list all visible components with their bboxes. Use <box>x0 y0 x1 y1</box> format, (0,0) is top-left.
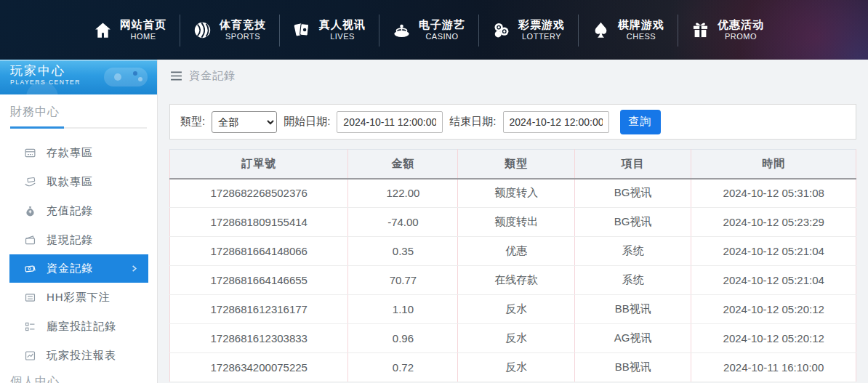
sidebar-item-label: 存款專區 <box>47 146 93 160</box>
nav-item-promo[interactable]: 优惠活动 PROMO <box>678 9 777 51</box>
sidebar-item-room-bet-records[interactable]: 廳室投註記錄 <box>9 312 148 341</box>
table-row: 1728634200075225 0.72 反水 BB视讯 2024-10-11… <box>170 353 856 382</box>
sidebar-item-hh-lottery-bets[interactable]: HH彩票下注 <box>9 283 148 312</box>
nav-text: 彩票游戏 LOTTERY <box>518 18 565 42</box>
players-center-header: 玩家中心 PLAYERS CENTER <box>0 60 157 94</box>
header-amount: 金額 <box>348 150 458 179</box>
breadcrumb-label: 資金記錄 <box>189 69 236 83</box>
nav-label-en: LIVES <box>330 32 355 42</box>
cell-order-no: 1728681664146655 <box>170 266 348 295</box>
cell-time: 2024-10-12 05:20:12 <box>691 324 856 353</box>
cell-type: 在线存款 <box>458 266 574 295</box>
checklist-icon <box>24 320 36 333</box>
cell-amount: 1.10 <box>348 295 458 324</box>
nav-label-zh: 真人视讯 <box>319 18 366 32</box>
hamburger-icon[interactable] <box>170 71 182 81</box>
nav-label-en: PROMO <box>725 32 757 42</box>
list-icon <box>24 291 36 304</box>
cell-time: 2024-10-12 05:21:04 <box>691 237 856 266</box>
report-chart-icon <box>24 350 36 362</box>
chevron-right-icon <box>130 265 138 273</box>
top-nav: 网站首页 HOME 体育竞技 SPORTS 真人视讯 LIVES 电子游艺 CA… <box>0 0 868 60</box>
breadcrumb: 資金記錄 <box>158 60 868 92</box>
cell-time: 2024-10-12 05:20:12 <box>691 295 856 324</box>
lottery-balls-icon <box>491 20 511 40</box>
cell-order-no: 1728682268502376 <box>170 179 348 208</box>
table-row: 1728681664146655 70.77 在线存款 系统 2024-10-1… <box>170 266 856 295</box>
nav-label-zh: 棋牌游戏 <box>618 18 664 32</box>
deposit-card-icon <box>24 147 36 159</box>
nav-item-lottery[interactable]: 彩票游戏 LOTTERY <box>478 9 578 51</box>
banknote-icon <box>24 262 36 275</box>
playing-cards-icon <box>292 20 312 40</box>
header-project: 項目 <box>574 150 691 179</box>
personal-section-title: 個人中心 <box>10 374 64 383</box>
finance-section-head: 財務中心 <box>10 105 147 129</box>
nav-text: 网站首页 HOME <box>120 18 166 42</box>
home-icon <box>93 20 113 40</box>
cell-order-no: 1728681612316177 <box>170 295 348 324</box>
nav-item-casino[interactable]: 电子游艺 CASINO <box>379 9 478 51</box>
table-row: 1728681809155414 -74.00 额度转出 BG视讯 2024-1… <box>170 208 856 237</box>
cell-type: 额度转出 <box>458 208 574 237</box>
sidebar-item-label: 充值記錄 <box>47 204 93 218</box>
cell-amount: 0.96 <box>348 324 458 353</box>
nav-label-en: CASINO <box>425 32 458 42</box>
nav-item-lives[interactable]: 真人视讯 LIVES <box>279 9 379 51</box>
nav-label-zh: 网站首页 <box>120 18 166 32</box>
header-order-no: 訂單號 <box>170 150 348 179</box>
wallet-icon <box>24 234 36 246</box>
nav-item-home[interactable]: 网站首页 HOME <box>80 9 180 51</box>
table-row: 1728681612303833 0.96 反水 AG视讯 2024-10-12… <box>170 324 856 353</box>
cell-time: 2024-10-12 05:21:04 <box>691 266 856 295</box>
search-button[interactable]: 查詢 <box>620 110 661 134</box>
type-select[interactable]: 全部 <box>212 111 277 133</box>
nav-label-zh: 电子游艺 <box>419 18 465 32</box>
sidebar-item-withdraw-zone[interactable]: 取款專區 <box>9 167 148 196</box>
table-row: 1728682268502376 122.00 额度转入 BG视讯 2024-1… <box>170 179 856 208</box>
cell-amount: 70.77 <box>348 266 458 295</box>
main-content: 資金記錄 類型: 全部 開始日期: 结束日期: 查詢 訂單號 金額 類型 項目 <box>158 60 868 383</box>
cell-type: 优惠 <box>458 237 574 266</box>
funds-table-container: 訂單號 金額 類型 項目 時間 1728682268502376 122.00 … <box>169 149 856 382</box>
nav-text: 电子游艺 CASINO <box>419 18 465 42</box>
cell-type: 反水 <box>458 324 574 353</box>
nav-label-zh: 体育竞技 <box>220 18 266 32</box>
sports-ball-icon <box>193 20 212 40</box>
cell-order-no: 1728681612303833 <box>170 324 348 353</box>
spade-icon <box>591 20 611 40</box>
sidebar-item-label: 廳室投註記錄 <box>47 320 116 334</box>
funds-table: 訂單號 金額 類型 項目 時間 1728682268502376 122.00 … <box>169 149 856 382</box>
nav-text: 体育竞技 SPORTS <box>220 18 266 42</box>
cell-type: 反水 <box>458 353 574 382</box>
sidebar-item-recharge-records[interactable]: 充值記錄 <box>9 196 148 225</box>
start-date-label: 開始日期: <box>284 115 330 129</box>
table-row: 1728681664148066 0.35 优惠 系统 2024-10-12 0… <box>170 237 856 266</box>
sidebar-item-player-bet-report[interactable]: 玩家投注報表 <box>9 341 148 370</box>
gamepad-decoration-icon <box>100 62 153 92</box>
personal-section-head: 個人中心 <box>10 374 147 383</box>
nav-item-sports[interactable]: 体育竞技 SPORTS <box>180 9 279 51</box>
gift-icon <box>691 20 710 40</box>
header-type: 類型 <box>458 150 574 179</box>
header-time: 時間 <box>691 150 856 179</box>
sidebar-item-funds-records[interactable]: 資金記錄 <box>9 254 148 283</box>
type-label: 類型: <box>180 115 205 129</box>
nav-text: 真人视讯 LIVES <box>319 18 366 42</box>
cell-amount: 0.72 <box>348 353 458 382</box>
sidebar-item-withdrawal-records[interactable]: 提現記錄 <box>9 225 148 254</box>
nav-label-zh: 优惠活动 <box>718 18 764 32</box>
cell-order-no: 1728681809155414 <box>170 208 348 237</box>
cell-project: AG视讯 <box>574 324 691 353</box>
cell-time: 2024-10-12 05:31:08 <box>691 179 856 208</box>
cell-project: BB视讯 <box>574 353 691 382</box>
nav-item-chess[interactable]: 棋牌游戏 CHESS <box>578 9 678 51</box>
sidebar-item-deposit-zone[interactable]: 存款專區 <box>9 138 148 167</box>
start-date-input[interactable] <box>337 111 443 133</box>
cell-time: 2024-10-12 05:23:29 <box>691 208 856 237</box>
cell-order-no: 1728634200075225 <box>170 353 348 382</box>
cell-type: 反水 <box>458 295 574 324</box>
sidebar: 玩家中心 PLAYERS CENTER 財務中心 存款專區 取款專區 <box>0 60 158 383</box>
cell-amount: -74.00 <box>348 208 458 237</box>
end-date-input[interactable] <box>503 111 609 133</box>
